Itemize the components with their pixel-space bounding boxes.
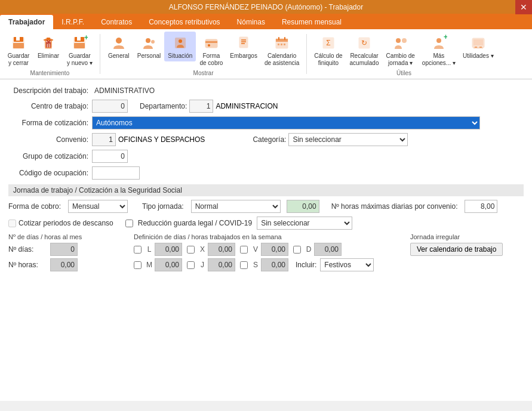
svg-rect-30	[276, 39, 288, 42]
tipo-jornada-select[interactable]: Normal Parcial Especial	[191, 200, 281, 213]
departamento-num[interactable]: 1	[189, 100, 213, 113]
day-D-input[interactable]	[314, 243, 342, 256]
forma-cobro-label: Forma de cobro:	[8, 202, 61, 211]
convenio-label: Convenio:	[56, 135, 88, 144]
forma-cobro-button[interactable]: Formade cobro	[196, 32, 226, 69]
day-D-label: D	[305, 245, 313, 254]
mantenimiento-label: Mantenimiento	[30, 70, 70, 76]
guardar-nuevo-button[interactable]: + Guardary nuevo ▾	[63, 32, 96, 69]
day-M-input[interactable]	[155, 258, 182, 271]
svg-rect-31	[278, 37, 279, 40]
horas-maximas-input[interactable]: 8,00	[465, 200, 497, 213]
day-S-label: S	[251, 261, 260, 269]
tab-contratos[interactable]: Contratos	[93, 15, 140, 29]
num-dias-input[interactable]: 0	[50, 243, 78, 256]
day-X-checkbox[interactable]	[187, 246, 195, 254]
cambio-jornada-label: Cambio dejornada ▾	[386, 52, 414, 67]
calendario-button[interactable]: Calendariode asistencia	[261, 32, 303, 69]
svg-rect-34	[281, 44, 282, 45]
general-label: General	[108, 52, 130, 60]
day-X-input[interactable]	[208, 243, 235, 256]
day-J-input[interactable]	[208, 258, 235, 271]
cotizar-descanso-checkbox[interactable]	[8, 220, 16, 227]
mas-opciones-button[interactable]: + Másopciones... ▾	[419, 32, 459, 69]
day-S-input[interactable]	[261, 258, 288, 271]
incluir-select[interactable]: Festivos No festivos Todos	[320, 258, 374, 271]
calculo-finiquito-label: Cálculo definiquito	[314, 52, 342, 67]
tab-conceptos[interactable]: Conceptos retributivos	[140, 15, 228, 29]
close-button[interactable]: ✕	[515, 0, 532, 14]
tab-trabajador[interactable]: Trabajador	[0, 15, 53, 29]
day-V-input[interactable]	[261, 243, 288, 256]
day-J-checkbox[interactable]	[187, 261, 195, 269]
reduccion-guarda-checkbox[interactable]	[125, 220, 133, 227]
situacion-label: Situación	[168, 52, 192, 60]
codigo-ocupacion-input[interactable]	[92, 166, 140, 180]
embargos-button[interactable]: Embargos	[226, 32, 261, 61]
embargos-icon	[234, 33, 253, 52]
col-dias-semana: Definición de días / horas trabajados en…	[134, 233, 404, 275]
ver-calendario-button[interactable]: Ver calendario de trabajo	[410, 243, 503, 256]
reduccion-guarda-select[interactable]: Sin seleccionar	[257, 217, 352, 230]
departamento-name: ADMINISTRACION	[216, 102, 278, 110]
calculo-finiquito-icon: Σ	[319, 33, 338, 52]
svg-rect-33	[278, 44, 279, 45]
recalcular-icon: ↻	[355, 33, 374, 52]
toolbar-group-utiles: Σ Cálculo definiquito ↻ Recalcularacumul…	[310, 32, 497, 76]
grupo-cotizacion-input[interactable]: 0	[92, 150, 128, 163]
day-V-label: V	[251, 245, 260, 254]
num-horas-input[interactable]: 0,00	[50, 258, 78, 271]
eliminar-button[interactable]: ✕ Eliminar	[33, 32, 63, 61]
reduccion-guarda-container: Reducción guarda legal / COVID-19 Sin se…	[125, 217, 352, 230]
convenio-num[interactable]: 1	[92, 133, 116, 146]
tab-resumen[interactable]: Resumen mensual	[273, 15, 350, 29]
svg-rect-2	[16, 37, 20, 41]
centro-label: Centro de trabajo:	[31, 102, 88, 110]
recalcular-button[interactable]: ↻ Recalcularacumulado	[346, 32, 383, 69]
title-bar: ALFONSO FERNÁNDEZ PEINADO (Autónomo) - T…	[0, 0, 532, 14]
tab-nominas[interactable]: Nóminas	[229, 15, 273, 29]
cotizar-descanso-label: Cotizar periodos de descanso	[19, 219, 113, 227]
cambio-jornada-button[interactable]: Cambio dejornada ▾	[382, 32, 418, 69]
svg-point-19	[151, 40, 155, 44]
day-D-checkbox[interactable]	[293, 246, 301, 254]
day-L-input[interactable]	[155, 243, 182, 256]
eliminar-icon: ✕	[39, 33, 58, 52]
utiles-label: Útiles	[396, 70, 411, 76]
situacion-button[interactable]: Situación	[164, 32, 196, 61]
mostrar-label: Mostrar	[193, 70, 214, 76]
guardar-cerrar-button[interactable]: Guardary cerrar	[4, 32, 33, 69]
dias-semana-title: Definición de días / horas trabajados en…	[134, 233, 404, 240]
grupo-cotizacion-row: Grupo de cotización: 0	[8, 150, 524, 163]
utilidades-icon	[469, 33, 488, 52]
categoria-label: Categoría:	[253, 135, 286, 144]
tab-bar: Trabajador I.R.P.F. Contratos Conceptos …	[0, 14, 532, 29]
day-V-checkbox[interactable]	[240, 246, 248, 254]
day-J-label: J	[198, 261, 207, 269]
day-L-checkbox[interactable]	[134, 246, 142, 254]
centro-input[interactable]: 0	[92, 100, 128, 113]
forma-cotizacion-select[interactable]: Autónomos General Especial	[92, 116, 480, 129]
svg-rect-22	[205, 39, 217, 48]
day-S-checkbox[interactable]	[240, 261, 248, 269]
svg-rect-48	[473, 48, 483, 48]
forma-cobro-select[interactable]: Mensual Semanal Quincenal	[68, 200, 128, 213]
reduccion-guarda-label: Reducción guarda legal / COVID-19	[138, 219, 252, 227]
personal-icon	[140, 33, 159, 52]
descripcion-label: Descripción del trabajo:	[14, 86, 88, 95]
general-button[interactable]: General	[104, 32, 134, 61]
svg-rect-25	[239, 37, 248, 48]
tab-irpf[interactable]: I.R.P.F.	[53, 15, 93, 29]
calculo-finiquito-button[interactable]: Σ Cálculo definiquito	[310, 32, 346, 69]
svg-text:✕: ✕	[45, 38, 51, 47]
day-M-checkbox[interactable]	[134, 261, 142, 269]
personal-button[interactable]: Personal	[134, 32, 164, 61]
categoria-select[interactable]: Sin seleccionar	[288, 133, 408, 146]
jornada-row2: Cotizar periodos de descanso Reducción g…	[8, 217, 524, 230]
calendario-label: Calendariode asistencia	[265, 52, 299, 67]
recalcular-label: Recalcularacumulado	[350, 52, 379, 67]
horas-jornada-input[interactable]: 0,00	[287, 200, 319, 213]
utilidades-button[interactable]: Utilidades ▾	[459, 32, 497, 61]
utilidades-label: Utilidades ▾	[463, 52, 494, 60]
svg-point-24	[208, 44, 210, 47]
